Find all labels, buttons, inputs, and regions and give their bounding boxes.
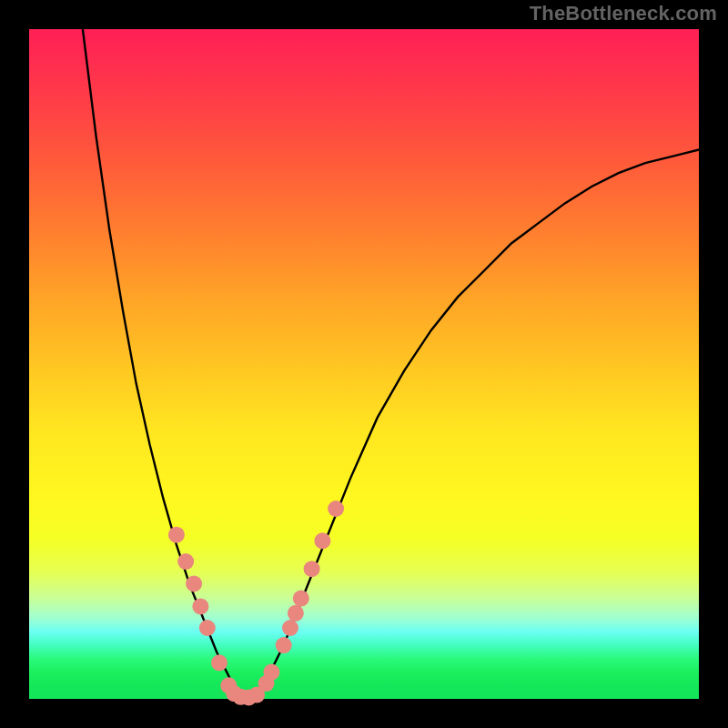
marker-point [263, 664, 279, 681]
curves-group [83, 29, 699, 699]
marker-point [293, 591, 309, 607]
marker-point [199, 620, 216, 636]
marker-point [304, 561, 320, 577]
marker-point [276, 637, 292, 653]
marker-point [288, 605, 304, 622]
marker-point [282, 620, 298, 636]
series-left-branch [83, 29, 244, 699]
marker-point [168, 527, 185, 543]
marker-point [192, 598, 208, 614]
watermark-text: TheBottleneck.com [530, 4, 717, 24]
markers-group [168, 500, 344, 706]
marker-point [211, 654, 228, 671]
series-right-branch [244, 150, 700, 700]
chart-svg [0, 0, 728, 728]
chart-frame: TheBottleneck.com [0, 0, 728, 728]
marker-point [314, 532, 330, 549]
marker-point [328, 500, 344, 517]
marker-point [177, 553, 194, 570]
marker-point [186, 575, 202, 592]
